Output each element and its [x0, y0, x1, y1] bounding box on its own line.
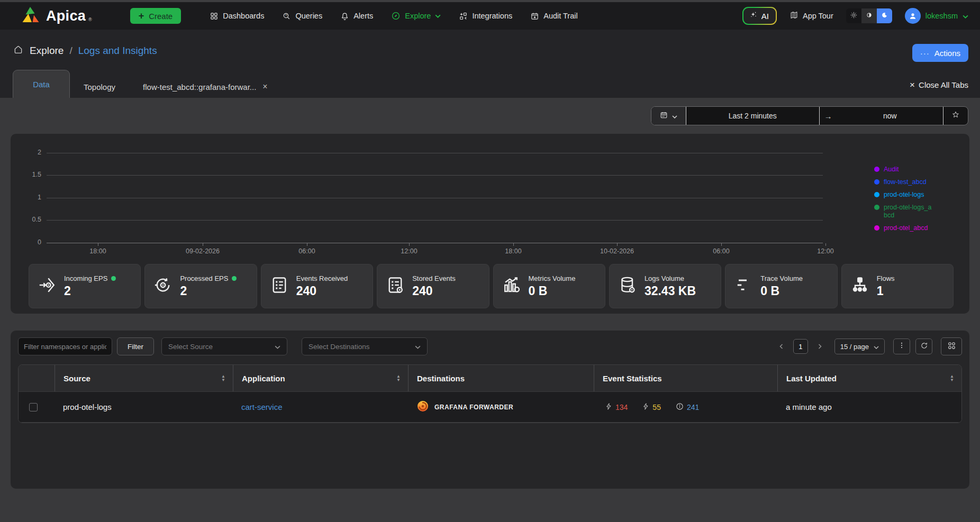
theme-light-option[interactable]	[846, 8, 861, 23]
namespaces-table: Source ▲▼ Application ▲▼ Destinations Ev…	[18, 364, 962, 423]
application-cell: cart-service	[233, 392, 408, 422]
y-tick-label: 2	[11, 149, 41, 156]
nav-item-audit-trail[interactable]: Audit Trail	[530, 12, 577, 21]
chevron-down-icon	[672, 111, 677, 121]
sort-icon[interactable]: ▲▼	[950, 374, 954, 382]
legend-item-prod-otel-logs-abcd[interactable]: prod-otel-logs_abcd	[874, 204, 932, 219]
header-last-updated[interactable]: Last Updated ▲▼	[777, 365, 961, 391]
grid-icon	[210, 12, 219, 21]
chevron-down-icon	[435, 14, 441, 18]
home-icon[interactable]	[13, 44, 24, 57]
eps-chart-panel: 2 1.5 1 0.5 0 18:00 09-02-2026 06:00 12:…	[11, 134, 969, 314]
brand-logo[interactable]: Apica ®	[21, 6, 92, 25]
more-options-button[interactable]	[893, 338, 910, 354]
header-checkbox-column	[19, 365, 55, 391]
table-row[interactable]: prod-otel-logs cart-service	[19, 391, 961, 423]
calendar-picker-button[interactable]	[651, 107, 686, 125]
breadcrumb-separator: /	[69, 45, 72, 57]
bolt-icon	[605, 402, 612, 412]
incoming-eps-icon	[38, 276, 57, 297]
namespace-filter-input[interactable]	[18, 337, 112, 355]
card-value: 2	[180, 284, 237, 298]
app-tour-button[interactable]: App Tour	[790, 11, 833, 21]
legend-item-prod-otel-abcd[interactable]: prod-otel_abcd	[874, 224, 932, 232]
create-button[interactable]: + Create	[130, 8, 182, 24]
view-options-button[interactable]	[941, 337, 962, 355]
legend-dot	[874, 179, 879, 185]
time-range-from[interactable]: Last 2 minutes	[686, 107, 819, 125]
legend-item-prod-otel-logs[interactable]: prod-otel-logs	[874, 191, 932, 199]
page-size-select[interactable]: 15 / page	[834, 338, 885, 354]
header-source[interactable]: Source ▲▼	[55, 365, 233, 391]
time-range-to[interactable]: now	[837, 107, 943, 125]
header-application[interactable]: Application ▲▼	[233, 365, 408, 391]
favorite-star-button[interactable]	[943, 107, 968, 125]
tab-topology[interactable]: Topology	[70, 76, 129, 98]
theme-dark-option[interactable]	[877, 8, 892, 23]
actions-button[interactable]: ··· Actions	[912, 44, 968, 62]
stats-cards-row: Incoming EPS 2	[29, 264, 954, 308]
navbar: Apica ® + Create Dashboards ?	[0, 2, 980, 30]
registered-mark: ®	[88, 17, 92, 22]
x-tick-label: 06:00	[692, 248, 750, 255]
stored-events-icon	[386, 276, 405, 297]
x-tick-label: 10-02-2026	[588, 248, 646, 255]
breadcrumb-current[interactable]: Logs and Insights	[78, 45, 157, 57]
prev-page-button[interactable]	[775, 340, 788, 353]
legend-item-audit[interactable]: Audit	[874, 166, 932, 173]
table-header: Source ▲▼ Application ▲▼ Destinations Ev…	[19, 365, 961, 391]
close-icon[interactable]: ×	[262, 82, 267, 91]
nav-item-dashboards[interactable]: Dashboards	[210, 12, 264, 21]
card-processed-eps: Processed EPS 2	[144, 264, 257, 308]
chevron-down-icon	[275, 342, 280, 351]
last-updated-cell: a minute ago	[777, 392, 961, 422]
ai-button[interactable]: AI	[742, 7, 777, 25]
y-tick-label: 1	[11, 194, 41, 201]
filter-button[interactable]: Filter	[117, 337, 154, 355]
theme-toggle[interactable]	[846, 8, 892, 23]
metrics-volume-icon	[502, 276, 521, 297]
nav-item-integrations[interactable]: Integrations	[459, 12, 512, 21]
breadcrumb-root[interactable]: Explore	[30, 45, 63, 57]
legend-item-flow-test[interactable]: flow-test_abcd	[874, 178, 932, 186]
nav-item-queries[interactable]: ? Queries	[282, 12, 322, 21]
x-tick-label: 12:00	[380, 248, 438, 255]
x-tick-label: 06:00	[278, 248, 336, 255]
x-tick	[825, 243, 826, 246]
events-received-icon	[270, 276, 289, 297]
four-circles-icon	[947, 341, 956, 352]
tab-data[interactable]: Data	[13, 70, 70, 98]
close-all-tabs-button[interactable]: × Close All Tabs	[910, 80, 968, 89]
current-page[interactable]: 1	[793, 339, 808, 354]
tab-flow-test[interactable]: flow-test_abcd::grafana-forwar... ×	[129, 76, 282, 98]
sun-icon	[850, 11, 858, 21]
refresh-button[interactable]	[915, 338, 932, 354]
star-icon	[951, 111, 960, 121]
next-page-button[interactable]	[813, 340, 826, 353]
kebab-icon	[898, 341, 905, 352]
refresh-icon	[920, 342, 928, 352]
arrow-right-icon: →	[819, 107, 837, 125]
y-tick-label: 1.5	[11, 171, 41, 178]
x-tick-label: 18:00	[484, 248, 542, 255]
chevron-down-icon	[415, 342, 421, 351]
x-tick	[513, 243, 514, 246]
sort-icon[interactable]: ▲▼	[221, 374, 225, 382]
chevron-down-icon	[874, 343, 879, 351]
grafana-icon	[416, 400, 429, 414]
row-checkbox[interactable]	[29, 403, 38, 411]
theme-contrast-option[interactable]	[861, 8, 877, 23]
x-tick	[617, 243, 618, 246]
destinations-select[interactable]: Select Destinations	[302, 337, 428, 355]
application-link[interactable]: cart-service	[241, 402, 283, 411]
card-flows: Flows 1	[841, 264, 954, 308]
nav-item-alerts[interactable]: Alerts	[340, 12, 373, 21]
sort-icon[interactable]: ▲▼	[396, 374, 401, 382]
username: lokeshsm	[925, 12, 958, 20]
pagination: 1 15 / page	[775, 337, 962, 355]
nav-item-explore[interactable]: Explore	[391, 11, 441, 21]
compass-icon	[391, 11, 401, 21]
apica-logo-icon	[21, 6, 40, 25]
user-menu[interactable]: lokeshsm	[905, 8, 968, 24]
source-select[interactable]: Select Source	[161, 337, 287, 355]
